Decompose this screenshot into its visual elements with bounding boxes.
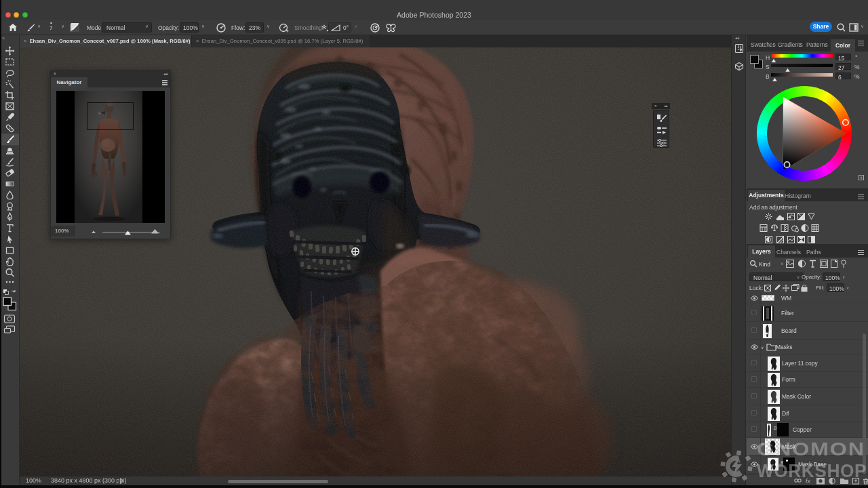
- svg-text:WORKSHOP: WORKSHOP: [757, 461, 867, 481]
- svg-text:GNOMON: GNOMON: [757, 439, 865, 460]
